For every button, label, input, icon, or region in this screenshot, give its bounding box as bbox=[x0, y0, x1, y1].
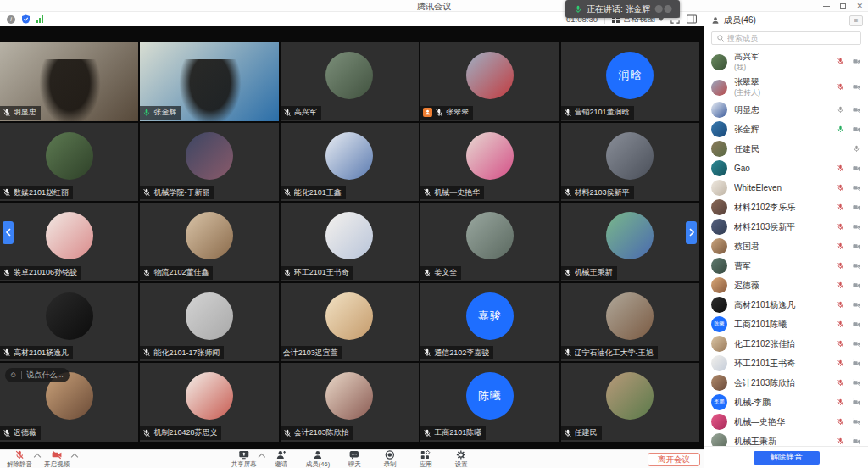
toolbar-button[interactable]: 聊天 bbox=[343, 450, 365, 468]
meeting-info-icon[interactable]: i bbox=[7, 15, 15, 24]
member-list-item[interactable]: 迟德薇 bbox=[711, 276, 861, 295]
chevron-up-icon[interactable] bbox=[72, 453, 77, 458]
participant-tile[interactable]: ☺ 高材2101杨逸凡 bbox=[0, 283, 138, 362]
member-list-item[interactable]: 环工2101王书奇 bbox=[711, 354, 861, 373]
mic-status-icon bbox=[837, 418, 845, 426]
participant-tile[interactable]: ☺ 会计2103迟宜萱 bbox=[281, 283, 419, 362]
say-something-bubble[interactable]: ☺ 说点什么... bbox=[5, 368, 70, 382]
avatar bbox=[711, 121, 727, 137]
member-list-item[interactable]: 机械王秉新 bbox=[711, 432, 861, 446]
chevron-up-icon[interactable] bbox=[35, 453, 40, 458]
toolbar-button[interactable]: 设置 bbox=[450, 450, 472, 468]
toolbar-button-icon bbox=[276, 450, 287, 460]
mic-status-icon bbox=[142, 348, 151, 357]
toolbar-button[interactable]: 成员(46) bbox=[306, 450, 330, 468]
camera-status-icon bbox=[853, 106, 861, 114]
member-search-box[interactable] bbox=[711, 31, 861, 45]
close-icon[interactable]: ✕ bbox=[856, 3, 863, 10]
member-list-item[interactable]: 材料2102李乐乐 bbox=[711, 198, 861, 217]
participant-tile[interactable]: ☺ 数媒2101赵红丽 bbox=[0, 123, 138, 202]
participant-name-label: 会计2103陈欣怡 bbox=[281, 426, 353, 440]
participant-tile[interactable]: 润晗 ☺ bbox=[561, 42, 699, 121]
leave-meeting-button[interactable]: 离开会议 bbox=[648, 453, 700, 466]
participant-tile[interactable]: 嘉骏 ☺ bbox=[420, 283, 559, 362]
avatar bbox=[186, 292, 233, 340]
participant-tile[interactable]: ☺ 会计2103陈欣怡 bbox=[281, 363, 419, 442]
member-list-item[interactable]: 高兴军 (我) bbox=[711, 49, 861, 75]
member-list-item[interactable]: 会计2103陈欣怡 bbox=[711, 373, 861, 393]
participant-tile[interactable]: ☺ 机械学院-于新丽 bbox=[140, 123, 278, 202]
members-panel: 成员(46) ≡ 高兴军 (我) bbox=[704, 12, 868, 468]
toolbar-button[interactable]: 共享屏幕 bbox=[231, 450, 257, 468]
mic-status-icon bbox=[435, 109, 443, 117]
participant-tile[interactable]: ☺ 能化2101王鑫 bbox=[281, 123, 419, 202]
avatar bbox=[186, 132, 233, 180]
participant-tile[interactable]: ☺ 说点什么... 迟德薇 bbox=[0, 363, 138, 442]
toolbar-button[interactable]: 邀请 bbox=[270, 450, 292, 468]
member-list-item[interactable]: 蔡国君 bbox=[711, 237, 861, 256]
participant-tile[interactable]: ☺ 辽宁石油化工大学-王旭 bbox=[561, 283, 699, 362]
unmute-all-button[interactable]: 解除静音 bbox=[754, 451, 820, 465]
member-list-item[interactable]: 李鹏 机械-李鹏 bbox=[711, 393, 861, 412]
next-page-arrow[interactable] bbox=[686, 221, 697, 244]
member-list-item[interactable]: 任建民 bbox=[711, 139, 861, 159]
participant-name-label: 机械学院-于新丽 bbox=[140, 186, 214, 199]
toolbar-button[interactable]: 解除静音 bbox=[7, 450, 32, 468]
minimize-icon[interactable] bbox=[823, 6, 830, 7]
members-panel-title: 成员(46) bbox=[724, 14, 756, 26]
participant-tile[interactable]: 陈曦 ☺ bbox=[420, 363, 559, 442]
participant-tile[interactable]: ☺ 高兴军 bbox=[281, 42, 419, 121]
member-list-item[interactable]: 高材2101杨逸凡 bbox=[711, 295, 861, 315]
member-list-item[interactable]: 机械—史艳华 bbox=[711, 412, 861, 432]
mic-status-icon bbox=[837, 83, 845, 92]
mic-status-icon bbox=[283, 109, 292, 117]
participant-tile[interactable]: ☺ 能化2101-17张师闻 bbox=[140, 283, 278, 362]
avatar bbox=[711, 80, 727, 96]
toolbar-button[interactable]: 录制 bbox=[379, 450, 401, 468]
participant-name-label: 环工2101王书奇 bbox=[281, 266, 353, 280]
avatar bbox=[711, 375, 727, 391]
security-shield-icon[interactable] bbox=[21, 14, 31, 24]
member-list-item[interactable]: 陈曦 工商2101陈曦 bbox=[711, 315, 861, 334]
member-list-item[interactable]: Gao bbox=[711, 159, 861, 178]
member-list-item[interactable]: 张翠翠 (主持人) bbox=[711, 75, 861, 100]
search-input[interactable] bbox=[727, 34, 855, 42]
participant-tile[interactable]: ☺ 张金辉 bbox=[140, 42, 278, 121]
side-panel-toggle-icon[interactable] bbox=[687, 14, 697, 24]
mic-status-icon bbox=[423, 188, 431, 197]
participant-tile[interactable]: ☺ 材料2103侯新平 bbox=[561, 123, 699, 202]
member-list-item[interactable]: 张金辉 bbox=[711, 120, 861, 139]
mic-status-icon bbox=[3, 429, 11, 437]
member-list-item[interactable]: 材料2103侯新平 bbox=[711, 217, 861, 237]
camera-status-icon bbox=[853, 301, 861, 309]
participant-tile[interactable]: ☺ 机械王秉新 bbox=[561, 203, 699, 281]
member-list-item[interactable]: 明显忠 bbox=[711, 100, 861, 120]
participant-tile[interactable]: ☺ 张翠翠 bbox=[420, 42, 559, 121]
participant-tile[interactable]: ☺ 装卓210106孙铭骏 bbox=[0, 203, 138, 281]
network-signal-icon[interactable] bbox=[36, 15, 43, 23]
camera-status-icon bbox=[853, 242, 861, 251]
member-list-item[interactable]: WhiteEleven bbox=[711, 178, 861, 198]
participant-tile[interactable]: ☺ 机械—史艳华 bbox=[420, 123, 559, 202]
participant-name-label: 工商2101陈曦 bbox=[420, 426, 486, 440]
maximize-icon[interactable] bbox=[840, 3, 846, 9]
panel-options-button[interactable]: ≡ bbox=[849, 15, 863, 26]
mic-status-icon bbox=[564, 429, 572, 437]
toolbar-button[interactable]: 应用 bbox=[415, 450, 437, 468]
participant-tile[interactable]: ☺ 任建民 bbox=[561, 363, 699, 442]
participant-tile[interactable]: ☺ 明显忠 bbox=[0, 42, 138, 121]
avatar bbox=[711, 258, 727, 274]
previous-page-arrow[interactable] bbox=[3, 221, 14, 244]
participant-tile[interactable]: ☺ 物流2102董佳鑫 bbox=[140, 203, 278, 281]
participant-tile[interactable]: ☺ 机制210428苏思义 bbox=[140, 363, 278, 442]
participant-tile[interactable]: ☺ 姜文全 bbox=[420, 203, 559, 281]
member-role-label: (主持人) bbox=[734, 88, 830, 98]
camera-status-icon bbox=[853, 418, 861, 426]
member-list-item[interactable]: 化工2102张佳怡 bbox=[711, 334, 861, 354]
host-badge-icon bbox=[423, 108, 432, 117]
toolbar-button[interactable]: 开启视频 bbox=[44, 450, 70, 468]
participant-tile[interactable]: ☺ 环工2101王书奇 bbox=[281, 203, 419, 281]
participant-name-label: 高材2101杨逸凡 bbox=[0, 346, 73, 359]
chevron-up-icon[interactable] bbox=[259, 453, 264, 458]
member-list-item[interactable]: 曹军 bbox=[711, 256, 861, 276]
